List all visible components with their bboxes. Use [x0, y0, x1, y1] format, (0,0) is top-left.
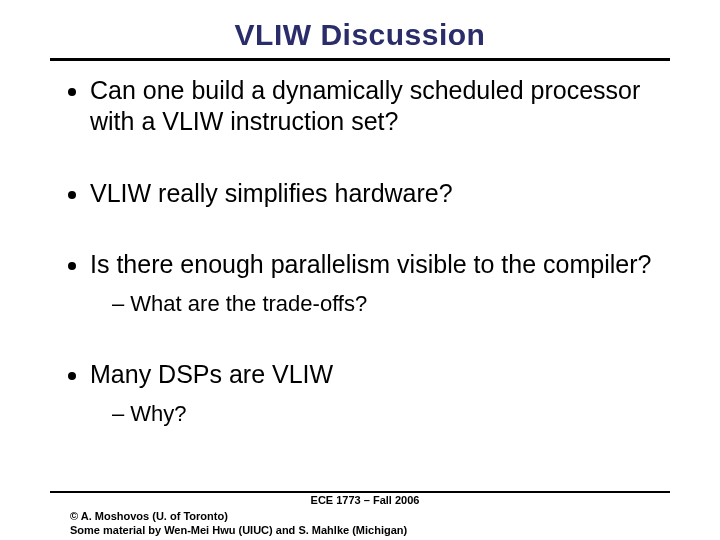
sub-text: What are the trade-offs? — [130, 291, 367, 316]
title-rule — [50, 58, 670, 61]
sub-item: What are the trade-offs? — [112, 290, 660, 319]
bullet-text: Can one build a dynamically scheduled pr… — [90, 76, 640, 135]
list-item: Is there enough parallelism visible to t… — [90, 249, 660, 319]
footer-rule — [50, 491, 670, 493]
footer-copyright: © A. Moshovos (U. of Toronto) — [70, 510, 660, 524]
bullet-list: Can one build a dynamically scheduled pr… — [60, 75, 660, 428]
list-item: VLIW really simplifies hardware? — [90, 178, 660, 209]
footer-course: ECE 1773 – Fall 2006 — [70, 494, 660, 508]
list-item: Many DSPs are VLIW Why? — [90, 359, 660, 429]
slide-title: VLIW Discussion — [60, 18, 660, 52]
footer: ECE 1773 – Fall 2006 © A. Moshovos (U. o… — [70, 494, 660, 537]
bullet-text: VLIW really simplifies hardware? — [90, 179, 453, 207]
bullet-text: Many DSPs are VLIW — [90, 360, 333, 388]
list-item: Can one build a dynamically scheduled pr… — [90, 75, 660, 138]
bullet-text: Is there enough parallelism visible to t… — [90, 250, 651, 278]
slide: VLIW Discussion Can one build a dynamica… — [0, 0, 720, 540]
sub-item: Why? — [112, 400, 660, 429]
sub-list: What are the trade-offs? — [90, 290, 660, 319]
footer-credits: Some material by Wen-Mei Hwu (UIUC) and … — [70, 524, 660, 538]
sub-text: Why? — [130, 401, 186, 426]
sub-list: Why? — [90, 400, 660, 429]
